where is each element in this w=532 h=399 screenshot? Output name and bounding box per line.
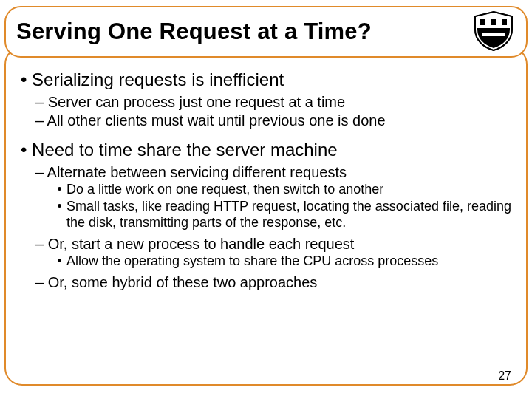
bullet-level-2: All other clients must wait until previo… — [18, 112, 514, 129]
bullet-text: Allow the operating system to share the … — [66, 253, 438, 268]
svg-rect-2 — [491, 19, 496, 25]
bullet-level-3: Small tasks, like reading HTTP request, … — [18, 199, 514, 231]
title-container: Serving One Request at a Time? — [4, 6, 528, 58]
bullet-level-2: Server can process just one request at a… — [18, 93, 514, 111]
bullet-level-3: Allow the operating system to share the … — [18, 253, 514, 270]
svg-rect-0 — [482, 33, 505, 36]
slide-body: Serializing requests is inefficient Serv… — [18, 69, 514, 369]
svg-rect-1 — [480, 19, 485, 25]
bullet-text: Do a little work on one request, then sw… — [66, 182, 383, 197]
bullet-level-2: Or, start a new process to handle each r… — [18, 235, 514, 253]
princeton-shield-icon — [471, 10, 516, 52]
bullet-level-1: Serializing requests is inefficient — [18, 69, 514, 90]
bullet-text: Small tasks, like reading HTTP request, … — [66, 199, 511, 230]
bullet-level-1: Need to time share the server machine — [18, 140, 514, 160]
slide-title: Serving One Request at a Time? — [16, 18, 372, 45]
slide: Serving One Request at a Time? Serializi… — [0, 0, 532, 399]
svg-rect-3 — [502, 19, 507, 25]
bullet-level-2: Alternate between servicing different re… — [18, 163, 514, 181]
bullet-level-2: Or, some hybrid of these two approaches — [18, 273, 514, 291]
page-number: 27 — [498, 369, 511, 383]
bullet-level-3: Do a little work on one request, then sw… — [18, 182, 514, 198]
